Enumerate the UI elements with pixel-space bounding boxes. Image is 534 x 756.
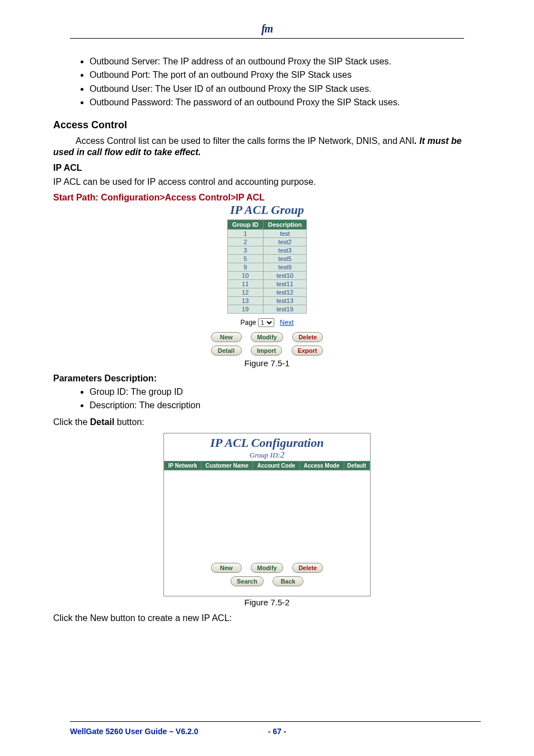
cell-id: 5 — [227, 254, 263, 263]
page-select[interactable]: 1 — [258, 318, 274, 327]
ipacl-config-figure: IP ACL Configuration Group ID:2 IP Netwo… — [163, 433, 371, 596]
modify-button[interactable]: Modify — [251, 563, 283, 573]
cell-desc: test5 — [263, 254, 307, 263]
start-path: Start Path: Configuration>Access Control… — [53, 193, 481, 203]
logo-text: fm — [261, 22, 273, 35]
ipacl-config-subtitle: Group ID:2 — [164, 450, 370, 460]
page-footer: WellGate 5260 User Guide – V6.2.0 - 67 - — [70, 721, 481, 736]
bullet-item: Group ID: The group ID — [90, 386, 481, 398]
import-button[interactable]: Import — [251, 346, 282, 356]
bullet-item: Outbound Port: The port of an outbound P… — [90, 69, 481, 81]
figure-caption-1: Figure 7.5-1 — [53, 358, 481, 368]
para1-text: Access Control list can be used to filte… — [76, 136, 414, 146]
cell-desc: test19 — [263, 305, 307, 313]
modify-button[interactable]: Modify — [251, 332, 283, 342]
params-bullet-list: Group ID: The group ID Description: The … — [53, 386, 481, 412]
footer-divider — [70, 721, 481, 722]
table-row[interactable]: 1test — [227, 229, 307, 237]
table-row[interactable]: 2test2 — [227, 237, 307, 246]
cell-desc: test10 — [263, 271, 307, 279]
parameters-heading: Parameters Description: — [53, 374, 481, 384]
detail-button[interactable]: Detail — [211, 346, 242, 356]
table-row[interactable]: 19test19 — [227, 305, 307, 313]
col-account-code: Account Code — [253, 461, 299, 470]
config-empty-area — [164, 470, 370, 560]
footer-title: WellGate 5260 User Guide – V6.2.0 — [70, 727, 198, 736]
ipacl-group-title: IP ACL Group — [191, 203, 343, 217]
cell-desc: test3 — [263, 246, 307, 254]
col-description: Description — [263, 220, 307, 229]
table-row[interactable]: 11test11 — [227, 279, 307, 288]
back-button[interactable]: Back — [273, 576, 303, 586]
col-access-mode: Access Mode — [299, 461, 344, 470]
subtitle-label: Group ID: — [250, 451, 280, 459]
cell-id: 3 — [227, 246, 263, 254]
bullet-item: Description: The description — [90, 399, 481, 412]
cell-desc: test12 — [263, 288, 307, 296]
table-row[interactable]: 5test5 — [227, 254, 307, 263]
col-ip-network: IP Network — [165, 461, 202, 470]
ipacl-group-figure: IP ACL Group Group ID Description 1test … — [191, 203, 343, 356]
outbound-bullet-list: Outbound Server: The IP address of an ou… — [53, 55, 481, 109]
click-new-text: Click the New button to create a new IP … — [53, 613, 481, 624]
cell-desc: test — [263, 229, 307, 237]
pager-label: Page — [240, 319, 256, 326]
section-heading-access-control: Access Control — [53, 119, 481, 131]
delete-button[interactable]: Delete — [292, 332, 323, 342]
bullet-item: Outbound Password: The password of an ou… — [90, 96, 481, 109]
figure-caption-2: Figure 7.5-2 — [53, 598, 481, 607]
cell-desc: test11 — [263, 279, 307, 288]
cell-id: 13 — [227, 296, 263, 305]
cell-id: 12 — [227, 288, 263, 296]
ipacl-desc: IP ACL can be used for IP access control… — [53, 176, 481, 188]
table-row[interactable]: 13test13 — [227, 296, 307, 305]
cell-id: 10 — [227, 271, 263, 279]
click-detail-text: Click the Detail button: — [53, 417, 481, 428]
cell-id: 1 — [227, 229, 263, 237]
ipacl-group-table: Group ID Description 1test 2test2 3test3… — [227, 220, 307, 314]
export-button[interactable]: Export — [292, 346, 324, 356]
click-detail-c: button: — [114, 417, 144, 427]
cell-desc: test2 — [263, 237, 307, 246]
new-button[interactable]: New — [211, 332, 242, 342]
bullet-item: Outbound Server: The IP address of an ou… — [90, 55, 481, 68]
next-link[interactable]: Next — [280, 319, 294, 326]
subtitle-value: 2 — [280, 450, 285, 459]
config-header-row: IP Network Customer Name Account Code Ac… — [164, 461, 370, 470]
col-default: Default — [344, 461, 370, 470]
cell-id: 11 — [227, 279, 263, 288]
cell-id: 19 — [227, 305, 263, 313]
click-detail-b: Detail — [90, 417, 115, 427]
table-row[interactable]: 9test9 — [227, 263, 307, 271]
ipacl-heading: IP ACL — [53, 163, 481, 173]
cell-id: 2 — [227, 237, 263, 246]
access-control-paragraph: Access Control list can be used to filte… — [53, 136, 481, 159]
ipacl-config-title: IP ACL Configuration — [164, 436, 370, 450]
delete-button[interactable]: Delete — [292, 563, 323, 573]
cell-desc: test9 — [263, 263, 307, 271]
col-customer-name: Customer Name — [201, 461, 253, 470]
cell-desc: test13 — [263, 296, 307, 305]
table-row[interactable]: 12test12 — [227, 288, 307, 296]
col-group-id: Group ID — [227, 220, 263, 229]
footer-page-number: - 67 - — [268, 727, 287, 736]
search-button[interactable]: Search — [231, 576, 264, 586]
header-divider — [70, 38, 464, 39]
bullet-item: Outbound User: The User ID of an outboun… — [90, 83, 481, 95]
pager: Page 1 Next — [191, 318, 343, 327]
cell-id: 9 — [227, 263, 263, 271]
table-row[interactable]: 3test3 — [227, 246, 307, 254]
click-detail-a: Click the — [53, 417, 90, 427]
new-button[interactable]: New — [211, 563, 242, 573]
table-row[interactable]: 10test10 — [227, 271, 307, 279]
